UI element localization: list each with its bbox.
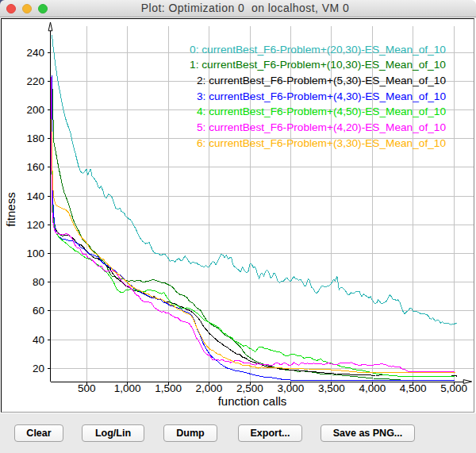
svg-text:80: 80 — [33, 276, 44, 288]
svg-text:120: 120 — [26, 219, 44, 231]
svg-text:4,000: 4,000 — [359, 382, 386, 394]
svg-text:5,000: 5,000 — [440, 382, 467, 394]
svg-text:5: currentBest_F6-Problem+(4,2: 5: currentBest_F6-Problem+(4,20)-ES_Mean… — [197, 121, 446, 133]
svg-text:500: 500 — [78, 382, 96, 394]
svg-text:2: currentBest_F6-Problem+(5,3: 2: currentBest_F6-Problem+(5,30)-ES_Mean… — [197, 75, 446, 86]
svg-text:6: currentBest_F6-Problem+(3,3: 6: currentBest_F6-Problem+(3,30)-ES_Mean… — [197, 137, 446, 149]
svg-text:3,000: 3,000 — [278, 382, 305, 394]
svg-text:0: currentBest_F6-Problem+(20,: 0: currentBest_F6-Problem+(20,30)-ES_Mea… — [190, 44, 446, 56]
svg-text:20: 20 — [33, 363, 44, 374]
svg-text:200: 200 — [26, 104, 44, 116]
svg-text:2,500: 2,500 — [236, 382, 263, 394]
svg-text:3,500: 3,500 — [318, 382, 345, 394]
svg-text:60: 60 — [33, 305, 44, 317]
svg-text:180: 180 — [26, 132, 44, 144]
svg-text:3: currentBest_F6-Problem+(4,3: 3: currentBest_F6-Problem+(4,30)-ES_Mean… — [197, 90, 446, 102]
svg-text:100: 100 — [26, 248, 44, 259]
svg-text:fitness: fitness — [4, 192, 17, 226]
svg-text:140: 140 — [26, 190, 44, 202]
svg-text:220: 220 — [26, 75, 44, 87]
svg-text:1,000: 1,000 — [114, 382, 141, 394]
svg-text:40: 40 — [33, 334, 44, 346]
svg-text:function calls: function calls — [218, 394, 287, 408]
svg-text:160: 160 — [26, 161, 44, 173]
svg-text:4,500: 4,500 — [400, 382, 427, 394]
svg-text:1,500: 1,500 — [155, 382, 182, 394]
svg-text:4: currentBest_F6-Problem+(4,5: 4: currentBest_F6-Problem+(4,50)-ES_Mean… — [197, 106, 446, 117]
svg-text:240: 240 — [26, 47, 44, 59]
svg-text:2,000: 2,000 — [196, 382, 223, 394]
svg-text:1: currentBest_F6-Problem+(10,: 1: currentBest_F6-Problem+(10,30)-ES_Mea… — [190, 59, 446, 71]
